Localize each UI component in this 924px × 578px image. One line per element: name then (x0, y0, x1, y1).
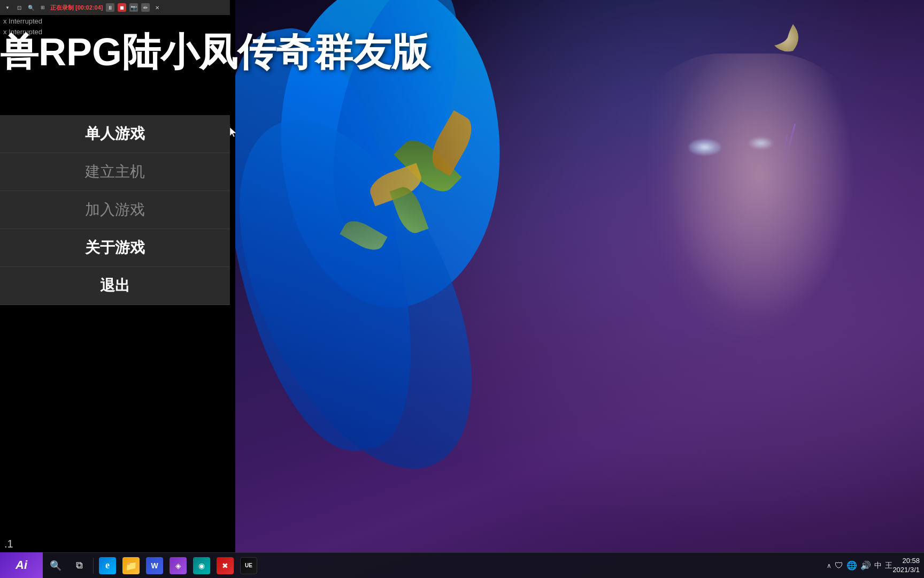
tray-ime-icon[interactable]: 中 (874, 561, 882, 571)
taskbar-purple-app-icon[interactable]: ◈ (166, 554, 190, 577)
eye-glow-left (689, 139, 721, 155)
pause-btn[interactable]: ⏸ (106, 3, 114, 12)
menu-item-host[interactable]: 建立主机 (0, 153, 230, 191)
camera-btn[interactable]: 📷 (129, 3, 138, 12)
taskbar-teal-app-icon[interactable]: ◉ (190, 554, 213, 577)
search-rec-btn[interactable]: 🔍 (27, 3, 35, 12)
taskbar-edge-icon[interactable]: e (96, 554, 119, 577)
taskbar-ue-icon[interactable]: UE (237, 554, 260, 577)
clock[interactable]: 20:58 2021/3/1 (892, 557, 924, 575)
restore-btn[interactable]: ⊡ (15, 3, 24, 12)
interrupted-label-1: x Interrupted (0, 16, 45, 26)
recording-toolbar: ▼ ⊡ 🔍 ⊞ 正在录制 [00:02:04] ⏸ ⏹ 📷 ✏ ✕ (0, 0, 230, 15)
tray-expand-icon[interactable]: ∧ (827, 562, 831, 569)
moon-icon (764, 16, 806, 59)
taskbar-folder-icon[interactable]: 📁 (119, 554, 143, 577)
menu-item-quit[interactable]: 退出 (0, 267, 230, 305)
taskbar-red-app-icon[interactable]: ✖ (213, 554, 237, 577)
resize-btn[interactable]: ⊞ (38, 3, 47, 12)
taskbar-search-icon[interactable]: 🔍 (44, 554, 67, 577)
menu-item-singleplayer[interactable]: 单人游戏 (0, 115, 230, 153)
game-title: 兽RPG陆小凤传奇群友版 (0, 27, 430, 78)
tray-network-icon[interactable]: 🌐 (846, 560, 857, 571)
version-text: .1 (4, 538, 13, 550)
character-artwork (235, 0, 924, 578)
clock-time: 20:58 (902, 557, 920, 566)
menu-item-join[interactable]: 加入游戏 (0, 191, 230, 229)
character-face (614, 54, 881, 401)
ai-label: Ai (16, 558, 27, 572)
taskbar: 🔍 ⧉ e 📁 W ◈ ◉ ✖ UE ∧ (0, 552, 924, 578)
taskbar-taskview-icon[interactable]: ⧉ (67, 554, 91, 577)
tray-ime2-icon[interactable]: 王 (885, 561, 892, 571)
background-right (235, 0, 924, 578)
dropdown-btn[interactable]: ▼ (3, 3, 12, 12)
clock-date: 2021/3/1 (892, 566, 920, 575)
taskbar-blue-app-icon[interactable]: W (143, 554, 166, 577)
system-tray: ∧ 🛡 🌐 🔊 中 王 (827, 560, 892, 571)
menu-item-about[interactable]: 关于游戏 (0, 229, 230, 267)
tray-shield-icon[interactable]: 🛡 (835, 561, 843, 571)
close-rec-btn[interactable]: ✕ (153, 3, 161, 12)
ai-button[interactable]: Ai (0, 552, 43, 578)
taskbar-divider-1 (93, 558, 94, 574)
pencil-btn[interactable]: ✏ (141, 3, 150, 12)
main-menu: 单人游戏 建立主机 加入游戏 关于游戏 退出 (0, 115, 230, 305)
tray-volume-icon[interactable]: 🔊 (860, 560, 871, 571)
recording-status: 正在录制 [00:02:04] (50, 4, 103, 12)
stop-btn[interactable]: ⏹ (118, 3, 126, 12)
cursor-pointer (230, 127, 241, 138)
eye-glow-right (748, 136, 774, 150)
